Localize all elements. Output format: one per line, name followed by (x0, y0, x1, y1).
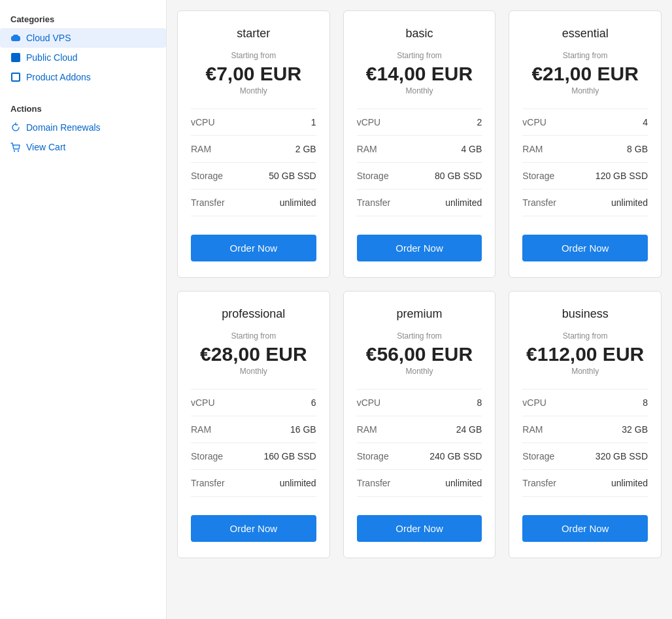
spec-row: Transfer unlimited (522, 190, 648, 216)
plan-price: €21,00 EUR (531, 63, 638, 85)
sidebar-item-product-addons[interactable]: Product Addons (0, 67, 166, 87)
spec-value: 4 (643, 117, 648, 127)
plan-price: €28,00 EUR (200, 343, 307, 365)
spec-label: Storage (191, 451, 223, 461)
spec-row: RAM 2 GB (191, 136, 316, 163)
spec-row: Storage 160 GB SSD (191, 443, 316, 470)
sidebar-item-public-cloud[interactable]: Public Cloud (0, 48, 166, 67)
plan-period: Monthly (571, 367, 599, 376)
plan-period: Monthly (571, 86, 599, 95)
plan-name: basic (405, 27, 433, 41)
sidebar-item-domain-renewals[interactable]: Domain Renewals (0, 118, 166, 137)
spec-value: 32 GB (622, 424, 648, 435)
spec-label: RAM (357, 144, 377, 154)
spec-row: Storage 320 GB SSD (522, 443, 648, 470)
spec-value: 8 GB (627, 144, 648, 154)
spec-value: 16 GB (290, 424, 316, 435)
spec-row: Transfer unlimited (522, 470, 648, 497)
order-now-button[interactable]: Order Now (357, 235, 482, 261)
plan-specs: vCPU 1 RAM 2 GB Storage 50 GB SSD T (191, 109, 316, 216)
spec-value: 120 GB SSD (596, 171, 648, 181)
spec-value: unlimited (280, 197, 316, 208)
plan-period: Monthly (240, 86, 267, 95)
spec-row: Storage 120 GB SSD (522, 163, 648, 190)
spec-row: RAM 8 GB (522, 136, 648, 163)
plans-grid-top: starter Starting from €7,00 EUR Monthly … (177, 10, 662, 278)
spec-value: 1 (311, 117, 316, 127)
plan-card-basic: basic Starting from €14,00 EUR Monthly v… (343, 10, 496, 278)
spec-value: 4 GB (461, 144, 482, 154)
plan-starting-from: Starting from (231, 51, 276, 60)
plan-specs: vCPU 8 RAM 32 GB Storage 320 GB SSD (522, 389, 648, 497)
plan-card-premium: premium Starting from €56,00 EUR Monthly… (343, 291, 496, 558)
order-now-button[interactable]: Order Now (191, 515, 316, 542)
spec-row: vCPU 1 (191, 109, 316, 136)
plan-price: €7,00 EUR (205, 63, 301, 85)
spec-row: Storage 80 GB SSD (357, 163, 482, 190)
spec-value: 320 GB SSD (596, 451, 648, 461)
spec-label: Transfer (522, 478, 556, 488)
sidebar-item-label: Product Addons (26, 72, 91, 82)
spec-row: Storage 240 GB SSD (357, 443, 482, 470)
plan-card-professional: professional Starting from €28,00 EUR Mo… (177, 291, 330, 558)
spec-row: RAM 32 GB (522, 416, 648, 443)
plan-period: Monthly (405, 86, 433, 95)
main-content: starter Starting from €7,00 EUR Monthly … (167, 0, 672, 619)
spec-label: RAM (191, 424, 211, 435)
plan-name: professional (222, 307, 285, 321)
spec-label: vCPU (357, 117, 381, 127)
plans-grid-bottom: professional Starting from €28,00 EUR Mo… (177, 291, 662, 558)
spec-row: RAM 24 GB (357, 416, 482, 443)
spec-label: Transfer (522, 197, 556, 208)
categories-title: Categories (0, 8, 166, 28)
sidebar-item-label: Public Cloud (26, 52, 78, 63)
plan-price: €112,00 EUR (526, 343, 644, 365)
spec-value: unlimited (611, 478, 648, 488)
spec-value: 240 GB SSD (429, 451, 482, 461)
spec-value: unlimited (280, 478, 316, 488)
spec-label: Transfer (191, 478, 225, 488)
spec-value: unlimited (445, 478, 482, 488)
spec-label: Transfer (357, 197, 391, 208)
spec-row: vCPU 8 (357, 390, 482, 416)
sidebar-item-cloud-vps[interactable]: Cloud VPS (0, 28, 166, 48)
spec-label: vCPU (522, 117, 546, 127)
order-now-button[interactable]: Order Now (522, 235, 648, 261)
spec-row: Transfer unlimited (191, 190, 316, 216)
svg-point-2 (14, 150, 15, 152)
spec-label: vCPU (357, 397, 381, 408)
spec-row: vCPU 6 (191, 390, 316, 416)
cloud-icon (10, 33, 21, 43)
plan-starting-from: Starting from (397, 331, 442, 341)
order-now-button[interactable]: Order Now (191, 235, 316, 261)
plan-starting-from: Starting from (563, 331, 608, 341)
spec-value: 160 GB SSD (264, 451, 316, 461)
order-now-button[interactable]: Order Now (357, 515, 482, 542)
plan-specs: vCPU 4 RAM 8 GB Storage 120 GB SSD (522, 109, 648, 216)
order-now-button[interactable]: Order Now (522, 515, 648, 542)
spec-label: vCPU (191, 397, 215, 408)
sidebar-item-label: Cloud VPS (26, 33, 71, 43)
spec-label: Transfer (357, 478, 391, 488)
spec-row: Transfer unlimited (357, 470, 482, 497)
plan-specs: vCPU 6 RAM 16 GB Storage 160 GB SSD (191, 389, 316, 497)
square-icon (10, 52, 21, 63)
spec-label: vCPU (191, 117, 215, 127)
spec-label: Storage (357, 171, 389, 181)
spec-label: Storage (191, 171, 223, 181)
sidebar-item-view-cart[interactable]: View Cart (0, 137, 166, 157)
spec-row: vCPU 8 (522, 390, 648, 416)
box-icon (10, 72, 21, 82)
plan-name: business (562, 307, 609, 321)
spec-value: 8 (477, 397, 482, 408)
plan-period: Monthly (405, 367, 433, 376)
cart-icon (10, 142, 21, 152)
sidebar: Categories Cloud VPS Public Cloud Produc… (0, 0, 167, 619)
spec-value: 2 GB (295, 144, 316, 154)
sidebar-item-label: Domain Renewals (26, 122, 101, 133)
plan-period: Monthly (240, 367, 267, 376)
spec-value: unlimited (611, 197, 648, 208)
spec-value: 80 GB SSD (435, 171, 482, 181)
spec-row: Storage 50 GB SSD (191, 163, 316, 190)
spec-row: Transfer unlimited (191, 470, 316, 497)
